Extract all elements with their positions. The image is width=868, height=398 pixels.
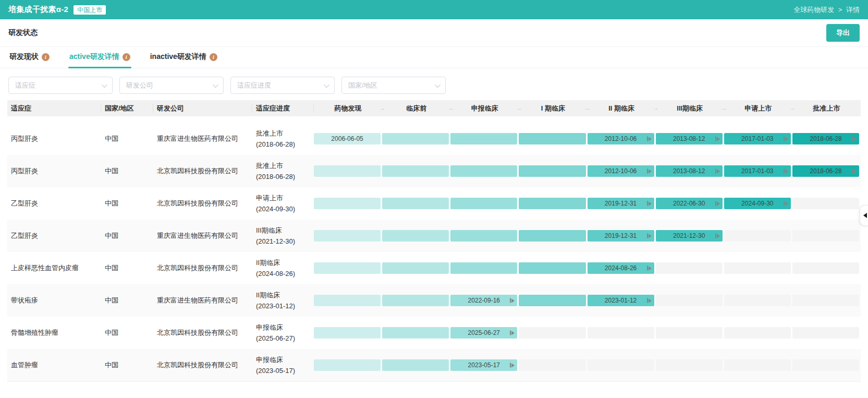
skip-forward-icon[interactable] bbox=[647, 266, 652, 271]
region-cell: 中国 bbox=[101, 134, 153, 143]
stage-bar[interactable]: 2012-10-06 bbox=[588, 165, 654, 177]
stage-bar bbox=[588, 359, 654, 371]
stage-bar[interactable]: 2025-06-27 bbox=[450, 327, 517, 339]
info-icon[interactable]: i bbox=[42, 53, 50, 61]
chevron-down-icon bbox=[213, 81, 218, 87]
stage-bar bbox=[314, 230, 381, 242]
stage-bar[interactable]: 2006-06-05 bbox=[314, 133, 381, 144]
stage-bar[interactable]: 2013-08-12 bbox=[656, 133, 723, 144]
skip-forward-icon[interactable] bbox=[852, 137, 857, 141]
skip-forward-icon[interactable] bbox=[784, 169, 788, 174]
stage-bar[interactable]: 2019-12-31 bbox=[588, 198, 654, 209]
stage-bar[interactable]: 2022-06-30 bbox=[656, 198, 723, 209]
stage-cell bbox=[450, 198, 519, 209]
stage-bar[interactable]: 2018-06-28 bbox=[792, 133, 859, 144]
breadcrumb-parent-link[interactable]: 全球药物研发 bbox=[793, 6, 834, 14]
stage-cell: 2019-12-31 bbox=[588, 230, 656, 242]
stage-bar bbox=[519, 165, 585, 177]
skip-forward-icon[interactable] bbox=[647, 169, 652, 174]
skip-forward-icon[interactable] bbox=[647, 298, 652, 303]
stage-bar bbox=[382, 165, 449, 177]
stage-cell bbox=[519, 262, 587, 274]
chevron-down-icon bbox=[102, 81, 107, 87]
stage-bar bbox=[519, 230, 585, 242]
info-icon[interactable]: i bbox=[210, 53, 217, 61]
stage-bar[interactable]: 2013-08-12 bbox=[656, 165, 723, 177]
skip-forward-icon[interactable] bbox=[784, 201, 788, 206]
column-header: 适应症 bbox=[7, 104, 101, 113]
stage-date: 2019-12-31 bbox=[605, 200, 637, 207]
stage-bar[interactable]: 2023-01-12 bbox=[588, 295, 654, 306]
region-filter-placeholder: 国家/地区 bbox=[348, 81, 435, 90]
skip-forward-icon[interactable] bbox=[510, 298, 515, 303]
stage-cell: 2013-08-12 bbox=[656, 165, 724, 177]
tab-rd-status[interactable]: 研发现状i bbox=[8, 47, 51, 68]
breadcrumb: 全球药物研发 > 详情 bbox=[793, 5, 860, 15]
skip-forward-icon[interactable] bbox=[647, 201, 652, 206]
stage-bar[interactable]: 2019-12-31 bbox=[588, 230, 654, 242]
stage-bar bbox=[314, 327, 381, 339]
indication-cell: 乙型肝炎 bbox=[7, 199, 101, 208]
tab-inactive-detail[interactable]: inactive研发详情i bbox=[149, 47, 218, 68]
stage-bar bbox=[382, 133, 449, 144]
progress-filter-select[interactable]: 适应症进度 bbox=[230, 77, 335, 94]
stage-date: 2024-09-30 bbox=[741, 200, 773, 207]
skip-forward-icon[interactable] bbox=[510, 331, 515, 335]
table-header-row: 适应症国家/地区研发公司适应症进度药物发现→临床前→申报临床→I 期临床→II … bbox=[7, 100, 861, 116]
stage-cell: 2025-06-27 bbox=[450, 327, 519, 339]
stage-bar bbox=[450, 262, 517, 274]
panel-collapse-handle[interactable] bbox=[860, 205, 868, 226]
rd-table: 适应症国家/地区研发公司适应症进度药物发现→临床前→申报临床→I 期临床→II … bbox=[7, 100, 861, 381]
stage-bar[interactable]: 2021-12-30 bbox=[656, 230, 723, 242]
section-head: 研发状态 导出 bbox=[0, 19, 868, 47]
skip-forward-icon[interactable] bbox=[510, 363, 515, 368]
stage-header-label: 临床前 bbox=[406, 104, 426, 113]
stage-bar bbox=[724, 262, 791, 274]
stage-cell: 2019-12-31 bbox=[588, 198, 656, 209]
info-icon[interactable]: i bbox=[123, 53, 130, 61]
stage-date: 2018-06-28 bbox=[810, 167, 841, 175]
skip-forward-icon[interactable] bbox=[784, 137, 788, 141]
region-filter-select[interactable]: 国家/地区 bbox=[341, 77, 446, 94]
stage-date: 2022-06-30 bbox=[673, 200, 705, 207]
skip-forward-icon[interactable] bbox=[852, 169, 857, 174]
stage-bar[interactable]: 2024-09-30 bbox=[724, 198, 791, 209]
skip-forward-icon[interactable] bbox=[715, 201, 720, 206]
stage-bar[interactable]: 2017-01-03 bbox=[724, 165, 791, 177]
export-button[interactable]: 导出 bbox=[826, 24, 860, 42]
stage-bar[interactable]: 2023-05-17 bbox=[450, 359, 517, 371]
skip-forward-icon[interactable] bbox=[715, 137, 720, 141]
stage-bar[interactable]: 2018-06-28 bbox=[792, 165, 859, 177]
stage-date: 2023-01-12 bbox=[605, 297, 637, 304]
stage-bar bbox=[314, 359, 381, 371]
tab-active-detail[interactable]: active研发详情i bbox=[68, 47, 131, 68]
stage-cell bbox=[792, 295, 861, 306]
skip-forward-icon[interactable] bbox=[647, 137, 652, 141]
indication-filter-select[interactable]: 适应症 bbox=[8, 77, 113, 94]
stage-bar bbox=[656, 262, 723, 274]
stage-column-header: 申请上市→ bbox=[724, 100, 792, 116]
stage-cell bbox=[519, 165, 587, 177]
table-row: 带状疱疹中国重庆富进生物医药有限公司II期临床(2023-01-12)2022-… bbox=[7, 284, 861, 317]
stage-cell bbox=[792, 262, 861, 274]
stage-cell bbox=[519, 295, 587, 306]
stage-cell: 2022-06-30 bbox=[656, 198, 724, 209]
stage-bar[interactable]: 2024-08-26 bbox=[588, 262, 654, 274]
progress-date: (2025-06-27) bbox=[256, 333, 314, 344]
tab-label: inactive研发详情 bbox=[150, 52, 206, 62]
skip-forward-icon[interactable] bbox=[715, 234, 720, 238]
stage-column-header: 申报临床→ bbox=[450, 100, 519, 116]
stage-bar bbox=[792, 359, 859, 371]
progress-stage: III期临床 bbox=[256, 225, 314, 236]
stage-bar bbox=[450, 133, 517, 144]
stage-date: 2013-08-12 bbox=[673, 135, 705, 142]
stage-bar[interactable]: 2017-01-03 bbox=[724, 133, 791, 144]
stage-bar[interactable]: 2022-09-16 bbox=[450, 295, 517, 306]
skip-forward-icon[interactable] bbox=[647, 234, 652, 238]
skip-forward-icon[interactable] bbox=[715, 169, 720, 174]
stage-bar bbox=[519, 198, 585, 209]
stage-cell bbox=[382, 359, 450, 371]
company-filter-select[interactable]: 研发公司 bbox=[119, 77, 224, 94]
progress-cell: II期临床(2024-08-26) bbox=[252, 257, 314, 279]
stage-bar[interactable]: 2012-10-06 bbox=[588, 133, 654, 144]
